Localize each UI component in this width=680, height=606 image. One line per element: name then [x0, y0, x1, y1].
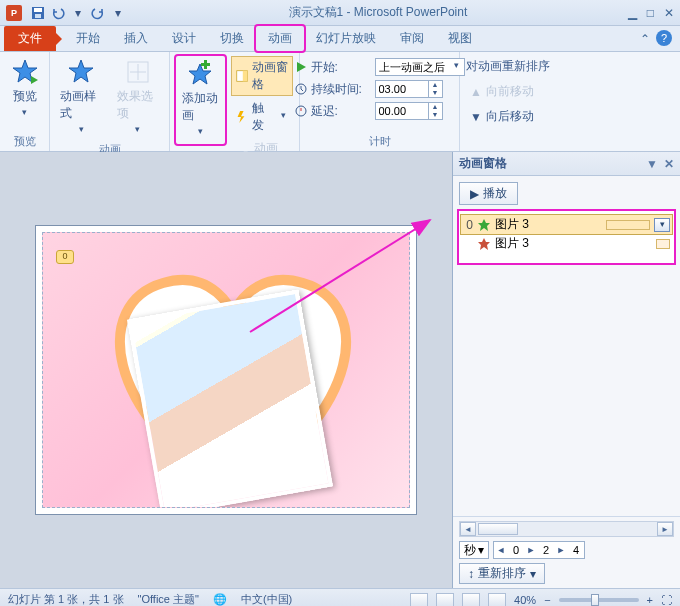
qat-customize-icon[interactable]: ▾ [110, 5, 126, 21]
group-timing: 计时 [369, 134, 391, 149]
timeline-scrollbar[interactable]: ◄ ► [459, 521, 674, 537]
delay-value[interactable] [376, 105, 428, 117]
zoom-thumb[interactable] [591, 594, 599, 606]
reorder-label: 重新排序 [478, 565, 526, 582]
move-earlier-button[interactable]: ▲ 向前移动 [466, 81, 550, 102]
tab-animations[interactable]: 动画 [256, 26, 304, 51]
seconds-label: 秒 [464, 542, 476, 559]
start-label: 开始: [311, 59, 371, 76]
pane-title: 动画窗格 [459, 155, 507, 172]
redo-icon[interactable] [90, 5, 106, 21]
view-normal-button[interactable] [410, 593, 428, 607]
ribbon-minimize-icon[interactable]: ⌃ [640, 32, 650, 46]
spin-down-icon[interactable]: ▼ [429, 111, 442, 119]
tab-slideshow[interactable]: 幻灯片放映 [304, 26, 388, 51]
pane-dropdown-icon[interactable]: ▼ [646, 157, 658, 171]
view-slideshow-button[interactable] [488, 593, 506, 607]
spin-up-icon[interactable]: ▲ [429, 103, 442, 111]
spin-down-icon[interactable]: ▼ [429, 89, 442, 97]
zoom-slider[interactable] [559, 598, 639, 602]
stepper-left-icon[interactable]: ◄ [494, 545, 508, 555]
animation-pane-button[interactable]: 动画窗格 [231, 56, 293, 96]
chevron-down-icon: ▾ [478, 543, 484, 557]
play-icon [295, 61, 307, 73]
tab-design[interactable]: 设计 [160, 26, 208, 51]
undo-icon[interactable] [50, 5, 66, 21]
animation-styles-button[interactable]: 动画样式 ▾ [56, 56, 107, 140]
slide-image[interactable] [127, 289, 333, 508]
preview-label: 预览 [13, 88, 37, 105]
zoom-in-icon[interactable]: + [647, 594, 653, 606]
pane-icon [236, 68, 248, 84]
entrance-star-icon [477, 218, 491, 232]
spin-up-icon[interactable]: ▲ [429, 81, 442, 89]
chevron-down-icon: ▾ [277, 110, 289, 124]
close-button[interactable]: ✕ [664, 6, 674, 20]
seconds-dropdown[interactable]: 秒 ▾ [459, 541, 489, 559]
exit-star-icon [477, 237, 491, 251]
chevron-down-icon: ▾ [74, 124, 88, 138]
star-play-icon [11, 58, 39, 86]
tab-view[interactable]: 视图 [436, 26, 484, 51]
animation-item[interactable]: 图片 3 [461, 234, 672, 253]
stepper-val-4: 4 [568, 544, 584, 556]
reorder-button[interactable]: ↕ 重新排序 ▾ [459, 563, 545, 584]
duration-value[interactable] [376, 83, 428, 95]
start-value: 上一动画之后 [376, 60, 450, 75]
start-dropdown[interactable]: 上一动画之后 ▾ [375, 58, 465, 76]
trigger-button[interactable]: 触发 ▾ [231, 98, 293, 136]
fit-to-window-icon[interactable]: ⛶ [661, 594, 672, 606]
svg-marker-14 [297, 62, 306, 72]
window-title: 演示文稿1 - Microsoft PowerPoint [128, 4, 628, 21]
status-lang-icon: 🌐 [213, 593, 227, 606]
animation-badge[interactable]: 0 [56, 250, 74, 264]
stepper-right-icon[interactable]: ► [524, 545, 538, 555]
updown-icon: ↕ [468, 567, 474, 581]
chevron-down-icon: ▾ [131, 124, 145, 138]
tab-file[interactable]: 文件 [4, 26, 56, 51]
delay-input[interactable]: ▲▼ [375, 102, 443, 120]
status-zoom: 40% [514, 594, 536, 606]
animation-pane-label: 动画窗格 [252, 59, 288, 93]
zoom-out-icon[interactable]: − [544, 594, 550, 606]
svg-rect-1 [34, 8, 42, 12]
tab-insert[interactable]: 插入 [112, 26, 160, 51]
anim-item-label: 图片 3 [495, 216, 602, 233]
add-animation-label: 添加动画 [182, 90, 219, 124]
stepper-right-icon[interactable]: ► [554, 545, 568, 555]
move-later-button[interactable]: ▼ 向后移动 [466, 106, 550, 127]
tab-transitions[interactable]: 切换 [208, 26, 256, 51]
preview-button[interactable]: 预览 ▾ [7, 56, 43, 123]
status-theme: "Office 主题" [138, 592, 199, 606]
qat-dropdown-icon[interactable]: ▾ [70, 5, 86, 21]
svg-marker-19 [478, 219, 490, 231]
pane-close-icon[interactable]: ✕ [664, 157, 674, 171]
delay-label: 延迟: [311, 103, 371, 120]
reorder-title: 对动画重新排序 [466, 58, 550, 75]
chevron-down-icon: ▾ [193, 126, 207, 140]
chevron-down-icon: ▾ [18, 107, 32, 121]
help-icon[interactable]: ? [656, 30, 672, 46]
scroll-right-icon[interactable]: ► [657, 522, 673, 536]
timeline-pos-stepper[interactable]: ◄ 0 ► 2 ► 4 [493, 541, 585, 559]
tab-review[interactable]: 审阅 [388, 26, 436, 51]
effect-options-button[interactable]: 效果选项 ▾ [113, 56, 164, 140]
play-button[interactable]: ▶ 播放 [459, 182, 518, 205]
animation-item[interactable]: 0 图片 3 ▾ [461, 215, 672, 234]
slide[interactable]: 0 [36, 226, 416, 514]
minimize-button[interactable]: ▁ [628, 6, 637, 20]
save-icon[interactable] [30, 5, 46, 21]
tab-home[interactable]: 开始 [64, 26, 112, 51]
scroll-left-icon[interactable]: ◄ [460, 522, 476, 536]
add-animation-button[interactable]: 添加动画 ▾ [178, 58, 223, 142]
svg-rect-11 [243, 71, 248, 82]
app-icon: P [6, 5, 22, 21]
view-sorter-button[interactable] [436, 593, 454, 607]
effect-options-label: 效果选项 [117, 88, 160, 122]
trigger-label: 触发 [252, 100, 273, 134]
duration-input[interactable]: ▲▼ [375, 80, 443, 98]
view-reading-button[interactable] [462, 593, 480, 607]
maximize-button[interactable]: □ [647, 6, 654, 20]
scroll-thumb[interactable] [478, 523, 518, 535]
anim-item-menu-icon[interactable]: ▾ [654, 218, 670, 232]
